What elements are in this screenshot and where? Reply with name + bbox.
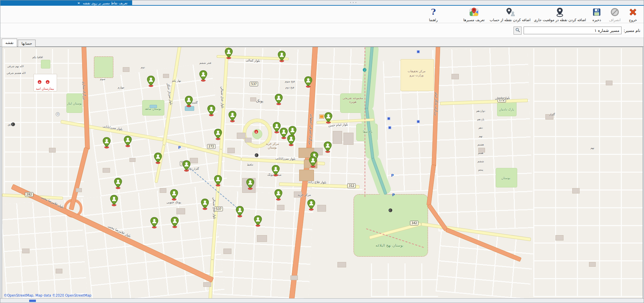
map-marker[interactable] — [170, 189, 178, 201]
map-marker[interactable] — [199, 70, 208, 82]
building — [333, 131, 342, 144]
map-marker[interactable] — [304, 76, 313, 88]
map-marker[interactable] — [235, 206, 244, 218]
map-routes-icon — [469, 7, 479, 17]
map-marker[interactable] — [102, 137, 111, 149]
map-marker[interactable] — [224, 47, 233, 59]
street-label: بوستان ایثار — [67, 102, 82, 105]
street-label: دهم — [478, 126, 483, 129]
parking-icon: P — [391, 173, 394, 178]
street-grid — [533, 48, 643, 297]
road-shield: 312 — [347, 183, 356, 188]
building — [250, 97, 256, 101]
street-label: حافظ — [247, 163, 254, 166]
street-label: لاله نهم شرقي — [7, 65, 23, 68]
map-marker[interactable] — [254, 215, 262, 227]
map-marker[interactable] — [277, 50, 286, 62]
street-label: سوم — [100, 78, 105, 81]
exit-icon — [628, 7, 638, 17]
help-button[interactable]: ? راهنما — [426, 7, 441, 23]
tab-map[interactable]: نقشه — [2, 39, 17, 47]
street-label: باغ صفا — [363, 130, 372, 133]
street-label: پنجم — [478, 168, 483, 171]
street-label: هویزه — [349, 100, 357, 103]
building — [203, 282, 211, 287]
street-label: بلوار فلاح زاده — [308, 180, 326, 184]
document-tab[interactable]: تعریف نقاط مسیر بر روی نقشه ✕ — [0, 0, 132, 6]
cancel-button[interactable]: انصراف — [607, 7, 622, 23]
map-marker[interactable] — [307, 199, 316, 211]
street-label: مجموعه تفریحی — [342, 96, 363, 100]
street-label: اقاقيا يكم — [32, 56, 43, 59]
building — [589, 262, 596, 267]
map-marker[interactable] — [271, 165, 280, 177]
medical-cross-icon: + — [255, 130, 258, 134]
map-marker[interactable] — [114, 177, 122, 189]
map-marker[interactable] — [228, 111, 237, 123]
info-icon: i — [363, 68, 367, 72]
building — [56, 269, 62, 273]
close-tab-icon[interactable]: ✕ — [77, 1, 80, 5]
street-label: مرکز خرید — [298, 193, 311, 197]
document-tab-title: تعریف نقاط مسیر بر روی نقشه — [83, 1, 127, 5]
parking-icon: P — [178, 145, 181, 150]
map-marker[interactable] — [274, 93, 283, 105]
map-marker[interactable] — [150, 217, 159, 229]
help-label: راهنما — [429, 18, 438, 22]
street-grid — [432, 47, 534, 231]
street-label: بزرگراه یادگار امام — [434, 92, 438, 116]
map-marker[interactable] — [207, 104, 216, 117]
building — [103, 168, 110, 173]
map-marker[interactable] — [287, 134, 296, 146]
save-button[interactable]: ذخیره — [589, 7, 604, 23]
tab-accounts[interactable]: حسابها — [18, 40, 36, 47]
map-marker[interactable] — [214, 128, 222, 140]
route-name-input[interactable] — [524, 27, 622, 34]
street-label: نهم — [590, 146, 594, 149]
building — [227, 148, 235, 153]
map-marker[interactable] — [246, 178, 255, 190]
street-label: یازدهم — [477, 118, 484, 121]
building — [572, 188, 580, 193]
street-label: دوم — [141, 66, 145, 69]
building — [49, 148, 56, 153]
building — [606, 81, 612, 85]
search-icon — [515, 28, 520, 34]
map-marker[interactable] — [201, 198, 209, 210]
building — [257, 235, 267, 242]
map-marker[interactable] — [324, 112, 333, 124]
map-attribution[interactable]: ©OpenStreetMap, Map data ©2020 OpenStree… — [4, 294, 91, 297]
map-marker[interactable] — [323, 141, 332, 153]
transit-icon — [387, 117, 390, 120]
transit-icon — [417, 50, 420, 53]
building — [555, 235, 564, 241]
street-label: بیمارستان امید — [36, 87, 54, 90]
add-point-account-button[interactable]: اضافه کردن نقطه از حساب — [490, 7, 531, 23]
street-label: بهار يكم — [172, 79, 181, 82]
map-marker[interactable] — [184, 95, 193, 107]
shop-icon — [320, 115, 324, 118]
road-shield: 272 — [207, 144, 215, 149]
search-button[interactable] — [514, 27, 522, 35]
street-label: فخر ششم — [199, 61, 211, 64]
map-canvas[interactable]: ©OpenStreetMap, Map data ©2020 OpenStree… — [2, 47, 643, 299]
map-marker[interactable] — [170, 216, 179, 228]
street-label: فتح دوم — [285, 86, 294, 89]
map-marker[interactable] — [182, 160, 191, 172]
map-marker[interactable] — [274, 189, 283, 201]
map-marker[interactable] — [154, 152, 162, 164]
street-label: پونک جنوبی — [166, 201, 181, 204]
exit-button[interactable]: خروج — [626, 7, 640, 23]
building — [299, 170, 314, 181]
map-marker[interactable] — [214, 175, 222, 187]
map-marker[interactable] — [110, 194, 118, 207]
map-marker[interactable] — [309, 156, 317, 168]
define-routes-button[interactable]: تعریف مسیرها — [462, 7, 486, 23]
pin-person-icon — [505, 7, 516, 17]
splitter-grip-icon[interactable] — [349, 2, 357, 3]
map-marker[interactable] — [123, 135, 132, 147]
map-marker[interactable] — [147, 75, 155, 87]
add-point-current-button[interactable]: اضافه کردن نقطه در موقعیت جاری — [534, 7, 586, 23]
tab-accounts-label: حسابها — [21, 41, 32, 46]
street-label: لاله هشتم شرقي — [6, 72, 25, 75]
